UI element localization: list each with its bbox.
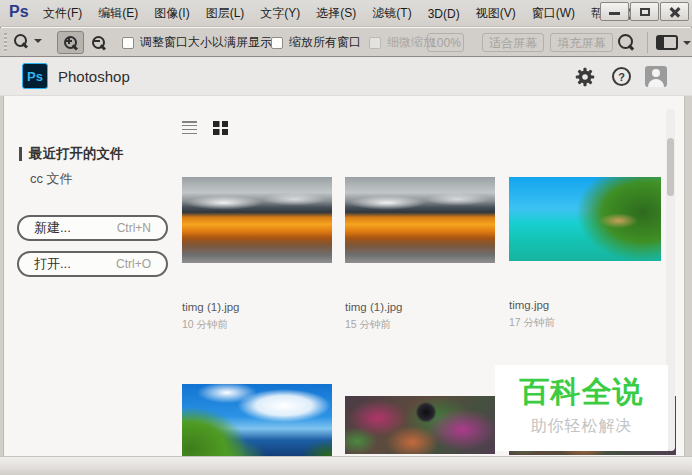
help-glyph: ? [618,71,625,83]
sidebar-item-cc-files[interactable]: cc 文件 [30,170,73,188]
menu-layer[interactable]: 图层(L) [198,5,253,22]
file-thumbnail[interactable] [182,384,332,456]
new-file-shortcut: Ctrl+N [117,221,151,235]
option-label: 缩放所有窗口 [289,34,361,51]
zoom-in-button[interactable] [57,31,84,54]
option-resize-window-to-fit[interactable]: 调整窗口大小以满屏显示 [122,28,272,57]
ps-wordmark-logo: Ps [9,3,29,21]
menu-window[interactable]: 窗口(W) [524,5,583,22]
maximize-button[interactable] [630,2,659,21]
watermark-subtitle: 助你轻松解决 [495,416,668,437]
menu-filter[interactable]: 滤镜(T) [364,5,419,22]
file-thumbnail[interactable] [345,396,495,454]
open-file-button[interactable]: 打开... Ctrl+O [17,251,168,277]
workspace-switcher-button[interactable] [656,35,691,50]
file-name[interactable]: timg.jpg [509,299,661,311]
option-zoom-all-windows[interactable]: 缩放所有窗口 [271,28,361,57]
file-thumbnail[interactable] [509,177,661,261]
settings-gear-icon[interactable] [574,66,596,88]
file-time: 10 分钟前 [182,318,332,332]
minimize-icon [609,12,620,15]
file-name[interactable]: timg (1).jpg [182,301,332,313]
app-title: Photoshop [58,68,130,85]
zoom-100-button[interactable]: 100% [427,33,464,52]
checkbox-icon [271,37,283,49]
maximize-icon [640,8,650,16]
toolbar-separator [647,32,648,53]
help-icon[interactable]: ? [612,67,631,86]
zoom-out-icon [92,36,106,50]
fit-screen-button[interactable]: 适合屏幕 [482,33,544,52]
recent-file-card: timg (1).jpg 15 分钟前 [345,177,495,332]
open-file-label: 打开... [34,255,71,273]
menu-file[interactable]: 文件(F) [35,5,90,22]
file-thumbnail[interactable] [182,177,332,263]
app-header: Ps Photoshop ? [0,57,692,96]
close-icon [669,6,681,18]
zoom-tool-preset-button[interactable] [14,34,42,48]
avatar-torso [648,79,664,87]
new-file-button[interactable]: 新建... Ctrl+N [17,215,168,241]
window-frame-left [0,96,4,456]
zoom-out-button[interactable] [85,31,112,54]
window-controls [600,2,689,21]
checkbox-icon [122,37,134,49]
zoom-in-icon [64,36,78,50]
menu-view[interactable]: 视图(V) [468,5,524,22]
recent-files-label: 最近打开的文件 [29,145,124,163]
checkbox-icon [369,37,381,49]
menubar: 文件(F) 编辑(E) 图像(I) 图层(L) 文字(Y) 选择(S) 滤镜(T… [35,0,640,27]
recent-file-card: timg.jpg 17 分钟前 [509,177,661,330]
zoom-tool-icon [14,34,28,48]
sidebar-item-recent-files[interactable]: 最近打开的文件 [19,145,124,163]
minimize-button[interactable] [600,2,629,21]
option-label: 调整窗口大小以满屏显示 [140,34,272,51]
photoshop-window: Ps 文件(F) 编辑(E) 图像(I) 图层(L) 文字(Y) 选择(S) 滤… [0,0,692,475]
menu-select[interactable]: 选择(S) [308,5,364,22]
active-section-indicator [19,147,22,161]
watermark-overlay: 百科全说 助你轻松解决 [495,365,668,451]
menu-3d[interactable]: 3D(D) [420,7,468,21]
chevron-down-icon [683,41,691,45]
file-name[interactable]: timg (1).jpg [345,301,495,313]
titlebar: Ps 文件(F) 编辑(E) 图像(I) 图层(L) 文字(Y) 选择(S) 滤… [0,0,692,27]
magnifier-glyph [618,34,632,48]
toolbar-grip-handle[interactable] [4,33,7,52]
avatar-head [652,69,660,77]
close-button[interactable] [660,2,689,21]
option-scrubby-zoom: 细微缩放 [369,28,435,57]
menu-edit[interactable]: 编辑(E) [90,5,146,22]
file-time: 17 分钟前 [509,316,661,330]
menu-type[interactable]: 文字(Y) [252,5,308,22]
workspace-panel-icon [656,35,678,50]
tool-options-bar: 调整窗口大小以满屏显示 缩放所有窗口 细微缩放 100% 适合屏幕 填充屏幕 [0,28,692,57]
file-time: 15 分钟前 [345,318,495,332]
chevron-down-icon [34,39,42,43]
grid-view-icon[interactable] [213,121,228,135]
list-view-icon[interactable] [182,121,197,134]
search-icon[interactable] [618,34,638,52]
file-thumbnail[interactable] [345,177,495,263]
fill-screen-button[interactable]: 填充屏幕 [550,33,613,52]
photoshop-app-icon: Ps [22,63,48,89]
watermark-title: 百科全说 [495,372,668,413]
open-file-shortcut: Ctrl+O [116,257,151,271]
new-file-label: 新建... [34,219,71,237]
window-frame-bottom [0,456,692,475]
user-avatar[interactable] [645,66,667,87]
scrollbar-thumb[interactable] [667,138,674,196]
menu-image[interactable]: 图像(I) [146,5,197,22]
window-frame-right [684,96,692,456]
recent-file-card: timg (1).jpg 10 分钟前 [182,177,332,332]
